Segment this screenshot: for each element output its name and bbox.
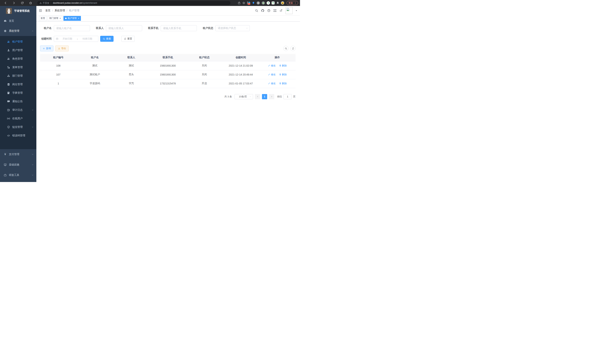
sidebar-item-posts[interactable]: 岗位管理: [0, 80, 36, 89]
cell-contact: 秃头: [113, 70, 150, 79]
extension-yudao-icon[interactable]: Y: [267, 1, 270, 5]
table-row: 107 测试租户 秃头 15601691300 关闭 2021-12-14 20…: [40, 70, 296, 79]
address-bar[interactable]: 不安全 dashboard.yudao.iocoder.cn /system/t…: [37, 1, 230, 5]
goto-label: 前往: [277, 95, 282, 98]
help-question-icon[interactable]: [267, 9, 271, 12]
cell-actions: 修改 删除: [259, 61, 296, 70]
sidebar-item-tenant[interactable]: 租户管理: [0, 37, 36, 46]
breadcrumb: 首页 / 系统管理 / 租户管理: [45, 9, 79, 12]
extension-command-icon[interactable]: ⌘: [257, 1, 260, 5]
breadcrumb-system[interactable]: 系统管理: [55, 9, 65, 12]
prev-page-button[interactable]: [255, 94, 260, 99]
breadcrumb-home[interactable]: 首页: [45, 9, 50, 12]
sidebar-item-roles[interactable]: 角色管理: [0, 55, 36, 63]
browser-back-button[interactable]: [3, 0, 8, 6]
system-submenu: 租户管理 用户管理 角色管理 菜单管理 部门管理 岗位管理: [0, 36, 36, 149]
close-icon[interactable]: ×: [60, 17, 61, 19]
status-select[interactable]: 请选择租户状态: [216, 25, 250, 31]
download-icon: [58, 47, 60, 50]
online-signal-icon: [7, 117, 10, 120]
tab-home[interactable]: 首页: [39, 16, 47, 21]
tab-tenant-active[interactable]: 租户管理 ×: [64, 16, 81, 21]
col-status: 租户状态: [186, 54, 223, 61]
phone-input[interactable]: [161, 25, 197, 31]
export-button[interactable]: 导出: [55, 46, 69, 51]
create-time-range-picker[interactable]: 开始日期 - 结束日期: [54, 36, 98, 42]
start-date-placeholder[interactable]: 开始日期: [58, 37, 76, 40]
cell-tenant-name: 测试: [77, 61, 113, 70]
extension-badge: 10: [248, 3, 250, 5]
sidebar-item-audit-log[interactable]: 审计日志: [0, 106, 36, 114]
cell-tenant-id: 108: [40, 61, 77, 70]
edit-link[interactable]: 修改: [268, 82, 276, 85]
header-search-icon[interactable]: [255, 9, 258, 12]
fullscreen-icon[interactable]: [273, 9, 277, 12]
delete-link[interactable]: 删除: [279, 82, 287, 85]
search-icon: [103, 38, 105, 40]
chevron-down-icon: [32, 164, 34, 166]
refresh-table-button[interactable]: [290, 46, 296, 51]
sidebar-item-dictionary[interactable]: 字典管理: [0, 89, 36, 97]
sidebar-item-infrastructure[interactable]: 基础设施: [0, 159, 36, 170]
sidebar-item-home[interactable]: 首页: [0, 16, 36, 26]
code-icon: [7, 134, 10, 137]
add-button[interactable]: 新增: [40, 46, 53, 51]
edit-link[interactable]: 修改: [268, 73, 276, 76]
tab-department[interactable]: 部门管理 ×: [48, 16, 63, 21]
contact-input[interactable]: [106, 25, 142, 31]
security-label[interactable]: 不安全: [43, 1, 49, 5]
extension-flag-icon[interactable]: ⚑: [272, 1, 275, 4]
bookmark-star-button[interactable]: [242, 1, 245, 4]
page-size-select[interactable]: 10条/页: [234, 94, 253, 99]
reset-button[interactable]: 重置: [121, 36, 135, 42]
browser-update-menu[interactable]: 更新: [286, 1, 298, 5]
phone-label: 联系手机: [148, 27, 159, 30]
share-button[interactable]: [238, 1, 241, 4]
next-page-button[interactable]: [269, 94, 274, 99]
breadcrumb-separator: /: [67, 9, 67, 12]
browser-home-button[interactable]: [28, 0, 33, 6]
dictionary-book-icon: [7, 92, 10, 94]
tenant-name-input[interactable]: [54, 25, 90, 31]
goto-page-input[interactable]: [283, 94, 292, 99]
url-host: dashboard.yudao.iocoder.cn: [53, 2, 82, 4]
font-size-icon[interactable]: [279, 9, 283, 12]
avatar[interactable]: [286, 7, 293, 14]
delete-link[interactable]: 删除: [279, 73, 287, 76]
sidebar-item-payment[interactable]: ¥ 支付管理: [0, 149, 36, 159]
search-icon: [285, 47, 287, 50]
sidebar-item-system[interactable]: 系统管理: [0, 26, 36, 36]
browser-reload-button[interactable]: [20, 0, 25, 6]
chevron-down-icon: [249, 95, 251, 98]
sidebar-collapse-button[interactable]: [38, 9, 42, 12]
tenant-page: 租户名 联系人 联系手机 租户状态 请选择租户状态 创建时间 开始日期 - 结束…: [36, 22, 300, 182]
end-date-placeholder[interactable]: 结束日期: [78, 37, 96, 40]
extension-blocks-icon[interactable]: 10: [247, 1, 250, 5]
extension-balloon-icon[interactable]: [252, 1, 255, 4]
cell-contact: 芋艿: [113, 79, 150, 88]
sidebar-item-users[interactable]: 用户管理: [0, 46, 36, 55]
close-icon[interactable]: ×: [78, 17, 79, 19]
extension-recorder-icon[interactable]: [262, 1, 265, 5]
breadcrumb-separator: /: [52, 9, 53, 12]
sidebar-item-error-codes[interactable]: 错误码管理: [0, 131, 36, 140]
sidebar-item-departments[interactable]: 部门管理: [0, 72, 36, 80]
app-logo-row[interactable]: 芋道管理系统: [0, 6, 36, 16]
page-number-current[interactable]: 1: [262, 94, 267, 99]
edit-link[interactable]: 修改: [268, 64, 276, 67]
browser-forward-button[interactable]: [11, 0, 17, 6]
search-button[interactable]: 搜索: [100, 36, 113, 42]
extensions-puzzle-icon[interactable]: [276, 1, 279, 4]
delete-link[interactable]: 删除: [279, 64, 287, 67]
sidebar-item-sms[interactable]: 短信管理: [0, 123, 36, 131]
sidebar-item-online-users[interactable]: 在线用户: [0, 114, 36, 123]
col-contact: 联系人: [113, 54, 150, 61]
avatar-dropdown-caret[interactable]: [295, 10, 297, 12]
sidebar-item-dev-tools[interactable]: 研发工具: [0, 170, 36, 180]
sidebar-item-notices[interactable]: 通知公告: [0, 97, 36, 106]
extension-emoji-icon[interactable]: [281, 1, 284, 5]
toggle-search-button[interactable]: [283, 46, 289, 51]
sidebar-item-menus[interactable]: 菜单管理: [0, 63, 36, 72]
refresh-icon: [292, 47, 294, 50]
github-icon[interactable]: [261, 9, 264, 12]
